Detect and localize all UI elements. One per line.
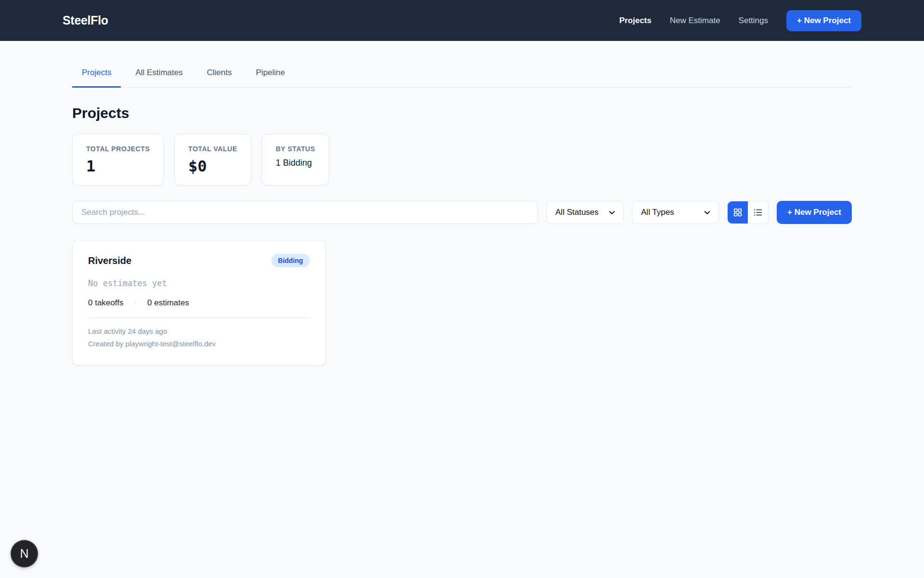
- nav-link-projects[interactable]: Projects: [619, 16, 652, 26]
- chevron-down-icon: [704, 209, 711, 216]
- project-grid: Riverside Bidding No estimates yet 0 tak…: [72, 240, 852, 366]
- stat-card-total-projects: TOTAL PROJECTS 1: [72, 134, 164, 185]
- list-view-icon: [753, 207, 763, 218]
- stat-value: $0: [188, 157, 237, 175]
- stat-card-total-value: TOTAL VALUE $0: [174, 134, 251, 185]
- separator-dot: ·: [134, 298, 137, 308]
- dev-tools-avatar-button[interactable]: N: [11, 540, 38, 567]
- page-title: Projects: [72, 105, 852, 121]
- stat-label: TOTAL PROJECTS: [86, 145, 150, 153]
- header-nav: Projects New Estimate Settings + New Pro…: [619, 10, 861, 31]
- status-filter-select[interactable]: All Statuses: [546, 201, 624, 224]
- estimates-count: 0 estimates: [147, 298, 189, 308]
- created-by-text: Created by playwright-test@steelflo.dev: [88, 338, 310, 350]
- type-filter-select[interactable]: All Types: [632, 201, 719, 224]
- project-meta: Last activity 24 days ago Created by pla…: [88, 325, 310, 351]
- app-header: SteelFlo Projects New Estimate Settings …: [0, 0, 924, 41]
- stat-label: BY STATUS: [276, 145, 315, 153]
- nav-link-settings[interactable]: Settings: [739, 16, 768, 26]
- tab-projects[interactable]: Projects: [72, 63, 121, 88]
- avatar-letter: N: [20, 547, 28, 561]
- stat-label: TOTAL VALUE: [188, 145, 237, 153]
- tab-clients[interactable]: Clients: [197, 63, 242, 88]
- projects-toolbar: All Statuses All Types: [72, 201, 852, 224]
- tab-pipeline[interactable]: Pipeline: [246, 63, 295, 88]
- project-name: Riverside: [88, 255, 131, 266]
- project-card-header: Riverside Bidding: [88, 254, 310, 267]
- search-input[interactable]: [72, 201, 538, 224]
- view-mode-toggle: [727, 201, 769, 224]
- toolbar-new-project-button[interactable]: + New Project: [777, 201, 852, 224]
- main-content: Projects All Estimates Clients Pipeline …: [72, 63, 852, 366]
- app-logo: SteelFlo: [63, 13, 108, 27]
- last-activity-text: Last activity 24 days ago: [88, 325, 310, 338]
- tab-bar: Projects All Estimates Clients Pipeline: [72, 63, 852, 88]
- stat-value: 1: [86, 157, 150, 175]
- grid-view-button[interactable]: [728, 201, 748, 223]
- list-view-button[interactable]: [748, 201, 768, 223]
- grid-view-icon: [732, 207, 743, 218]
- chevron-down-icon: [608, 209, 616, 216]
- status-badge: Bidding: [271, 254, 310, 267]
- stat-value: 1 Bidding: [276, 158, 315, 168]
- type-filter-value: All Types: [641, 208, 674, 217]
- header-new-project-button[interactable]: + New Project: [786, 10, 861, 31]
- stats-row: TOTAL PROJECTS 1 TOTAL VALUE $0 BY STATU…: [72, 134, 852, 185]
- project-counts: 0 takeoffs · 0 estimates: [88, 298, 310, 308]
- project-note: No estimates yet: [88, 278, 310, 288]
- nav-link-new-estimate[interactable]: New Estimate: [670, 16, 720, 26]
- card-divider: [88, 317, 310, 318]
- project-card-riverside[interactable]: Riverside Bidding No estimates yet 0 tak…: [72, 240, 326, 366]
- status-filter-value: All Statuses: [555, 208, 599, 217]
- stat-card-by-status: BY STATUS 1 Bidding: [262, 134, 329, 185]
- tab-all-estimates[interactable]: All Estimates: [126, 63, 192, 88]
- takeoffs-count: 0 takeoffs: [88, 298, 123, 308]
